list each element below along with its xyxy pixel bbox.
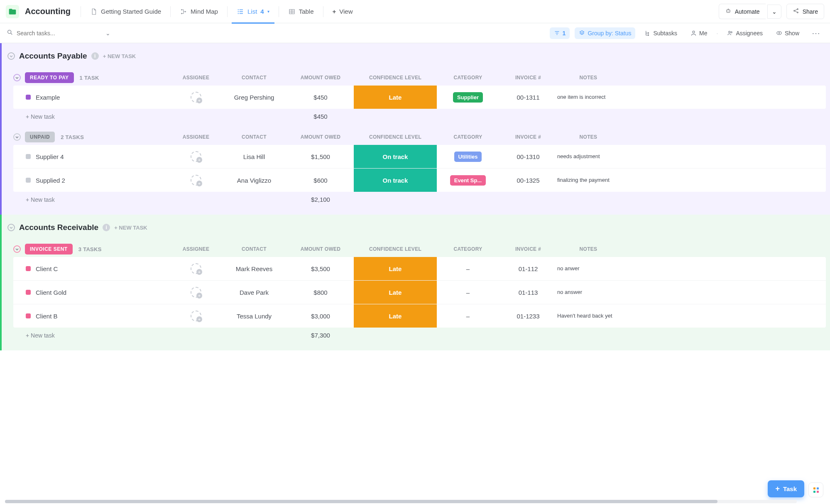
tab-mind-map[interactable]: Mind Map: [175, 5, 223, 18]
notes-cell[interactable]: no answer: [557, 281, 619, 304]
category-tag[interactable]: Utilities: [454, 152, 482, 162]
group-by-chip[interactable]: Group by: Status: [575, 27, 635, 39]
notes-cell[interactable]: one item is incorrect: [557, 86, 619, 109]
svg-point-11: [727, 11, 728, 11]
new-task-inline[interactable]: + New task: [13, 332, 171, 339]
notes-cell[interactable]: Haven't heard back yet: [557, 304, 619, 328]
invoice-cell[interactable]: 00-1311: [499, 86, 557, 109]
tab-getting-started[interactable]: Getting Started Guide: [85, 5, 166, 18]
automate-dropdown[interactable]: ⌄: [767, 5, 781, 19]
task-row[interactable]: Client C Mark Reeves $3,500 Late – 01-11…: [13, 257, 826, 281]
notes-cell[interactable]: no anwer: [557, 257, 619, 280]
filter-chip[interactable]: 1: [550, 27, 570, 39]
confidence-cell[interactable]: Late: [354, 304, 437, 328]
section-title: Accounts Payable: [19, 51, 87, 61]
invoice-cell[interactable]: 01-1233: [499, 304, 557, 328]
assignee-cell[interactable]: [171, 169, 221, 192]
assignee-cell[interactable]: [171, 86, 221, 109]
category-tag[interactable]: Supplier: [453, 92, 483, 103]
contact-cell[interactable]: Tessa Lundy: [221, 304, 287, 328]
group-toggle[interactable]: [13, 245, 21, 253]
confidence-cell[interactable]: Late: [354, 281, 437, 304]
category-cell[interactable]: –: [437, 281, 499, 304]
category-cell[interactable]: –: [437, 304, 499, 328]
task-name[interactable]: Client Gold: [13, 281, 171, 304]
category-cell[interactable]: Supplier: [437, 86, 499, 109]
group-toggle[interactable]: [13, 133, 21, 141]
amount-cell[interactable]: $600: [287, 169, 354, 192]
tab-table[interactable]: Table: [283, 5, 319, 18]
assignee-cell[interactable]: [171, 304, 221, 328]
category-cell[interactable]: Event Sp...: [437, 169, 499, 192]
invoice-cell[interactable]: 01-112: [499, 257, 557, 280]
task-row[interactable]: Client B Tessa Lundy $3,000 Late – 01-12…: [13, 304, 826, 328]
amount-cell[interactable]: $450: [287, 86, 354, 109]
amount-cell[interactable]: $3,500: [287, 257, 354, 280]
confidence-cell[interactable]: Late: [354, 86, 437, 109]
new-task-inline[interactable]: + New task: [13, 113, 171, 120]
amount-cell[interactable]: $3,000: [287, 304, 354, 328]
search-box[interactable]: ⌄: [7, 29, 110, 37]
assignee-add-icon[interactable]: [191, 287, 201, 298]
subtasks-chip[interactable]: Subtasks: [640, 27, 681, 39]
contact-cell[interactable]: Greg Pershing: [221, 86, 287, 109]
new-task-ghost[interactable]: + NEW TASK: [114, 225, 147, 231]
new-task-ghost[interactable]: + NEW TASK: [103, 53, 136, 59]
more-menu[interactable]: ⋯: [808, 27, 823, 40]
task-name[interactable]: Supplier 4: [13, 145, 171, 168]
category-cell[interactable]: Utilities: [437, 145, 499, 168]
confidence-cell[interactable]: On track: [354, 145, 437, 168]
task-name[interactable]: Client B: [13, 304, 171, 328]
share-button[interactable]: Share: [786, 4, 824, 19]
notes-cell[interactable]: needs adjustment: [557, 145, 619, 168]
contact-cell[interactable]: Lisa Hill: [221, 145, 287, 168]
task-row[interactable]: Example Greg Pershing $450 Late Supplier…: [13, 86, 826, 109]
confidence-cell[interactable]: On track: [354, 169, 437, 192]
chevron-down-icon[interactable]: ⌄: [105, 30, 110, 37]
contact-cell[interactable]: Dave Park: [221, 281, 287, 304]
category-cell[interactable]: –: [437, 257, 499, 280]
contact-cell[interactable]: Mark Reeves: [221, 257, 287, 280]
amount-cell[interactable]: $1,500: [287, 145, 354, 168]
me-chip[interactable]: Me: [686, 27, 711, 39]
category-tag[interactable]: Event Sp...: [450, 175, 486, 186]
invoice-cell[interactable]: 00-1310: [499, 145, 557, 168]
status-pill[interactable]: INVOICE SENT: [25, 244, 73, 254]
search-input[interactable]: [17, 30, 83, 37]
status-pill[interactable]: UNPAID: [25, 132, 55, 142]
doc-icon: [90, 8, 98, 15]
section-toggle[interactable]: [7, 52, 15, 60]
new-task-inline[interactable]: + New task: [13, 196, 171, 203]
invoice-cell[interactable]: 01-113: [499, 281, 557, 304]
add-view[interactable]: + View: [328, 5, 358, 17]
task-name[interactable]: Client C: [13, 257, 171, 280]
group-toggle[interactable]: [13, 74, 21, 81]
task-row[interactable]: Supplied 2 Ana Viglizzo $600 On track Ev…: [13, 169, 826, 192]
amount-cell[interactable]: $800: [287, 281, 354, 304]
task-name[interactable]: Example: [13, 86, 171, 109]
contact-cell[interactable]: Ana Viglizzo: [221, 169, 287, 192]
tab-list[interactable]: List 4 ▾: [232, 5, 274, 18]
assignee-add-icon[interactable]: [191, 175, 201, 186]
task-row[interactable]: Supplier 4 Lisa Hill $1,500 On track Uti…: [13, 145, 826, 169]
assignee-add-icon[interactable]: [191, 92, 201, 103]
assignee-cell[interactable]: [171, 257, 221, 280]
confidence-cell[interactable]: Late: [354, 257, 437, 280]
search-icon: [7, 29, 13, 37]
notes-cell[interactable]: finalizing the payment: [557, 169, 619, 192]
status-pill[interactable]: READY TO PAY: [25, 72, 74, 83]
section-toggle[interactable]: [7, 224, 15, 231]
assignees-chip[interactable]: Assignees: [723, 27, 767, 39]
automate-button[interactable]: Automate: [719, 4, 766, 19]
assignee-cell[interactable]: [171, 281, 221, 304]
show-chip[interactable]: Show: [772, 27, 803, 39]
assignee-add-icon[interactable]: [191, 311, 201, 321]
assignee-add-icon[interactable]: [191, 263, 201, 274]
assignee-add-icon[interactable]: [191, 151, 201, 162]
info-icon[interactable]: i: [91, 52, 99, 60]
task-row[interactable]: Client Gold Dave Park $800 Late – 01-113…: [13, 281, 826, 304]
task-name[interactable]: Supplied 2: [13, 169, 171, 192]
assignee-cell[interactable]: [171, 145, 221, 168]
info-icon[interactable]: i: [103, 224, 110, 231]
invoice-cell[interactable]: 00-1325: [499, 169, 557, 192]
